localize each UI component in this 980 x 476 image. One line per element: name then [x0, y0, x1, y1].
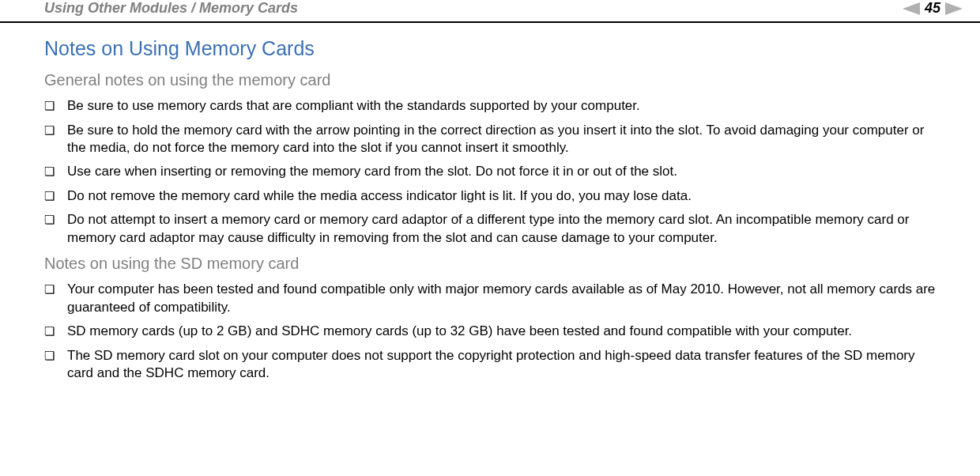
list-item-text: Use care when inserting or removing the …	[67, 163, 936, 180]
list-item: ❏ SD memory cards (up to 2 GB) and SDHC …	[44, 323, 936, 341]
list-item: ❏ Use care when inserting or removing th…	[44, 163, 936, 181]
bullet-icon: ❏	[44, 122, 55, 140]
list-item: ❏ Do not attempt to insert a memory card…	[44, 211, 936, 247]
section-heading-sd: Notes on using the SD memory card	[44, 255, 936, 273]
sd-notes-list: ❏ Your computer has been tested and foun…	[44, 281, 936, 382]
bullet-icon: ❏	[44, 187, 55, 206]
list-item-text: Your computer has been tested and found …	[67, 281, 936, 316]
list-item-text: The SD memory card slot on your computer…	[67, 347, 936, 383]
breadcrumb: Using Other Modules / Memory Cards	[44, 0, 298, 17]
general-notes-list: ❏ Be sure to use memory cards that are c…	[44, 97, 936, 247]
section-heading-general: General notes on using the memory card	[44, 71, 936, 89]
list-item-text: Be sure to hold the memory card with the…	[67, 122, 936, 157]
list-item-text: Be sure to use memory cards that are com…	[67, 97, 936, 115]
list-item: ❏ Be sure to hold the memory card with t…	[44, 122, 936, 157]
list-item: ❏ Your computer has been tested and foun…	[44, 281, 936, 316]
list-item-text: Do not remove the memory card while the …	[67, 187, 936, 205]
svg-marker-0	[903, 2, 920, 15]
page-header: Using Other Modules / Memory Cards 45	[0, 0, 980, 23]
bullet-icon: ❏	[44, 281, 55, 299]
bullet-icon: ❏	[44, 323, 55, 341]
next-page-arrow-icon[interactable]	[945, 2, 963, 15]
list-item-text: SD memory cards (up to 2 GB) and SDHC me…	[67, 323, 936, 340]
svg-marker-1	[945, 2, 963, 15]
list-item-text: Do not attempt to insert a memory card o…	[67, 211, 936, 247]
page-number: 45	[925, 0, 940, 17]
bullet-icon: ❏	[44, 347, 55, 365]
list-item: ❏ Do not remove the memory card while th…	[44, 187, 936, 206]
list-item: ❏ The SD memory card slot on your comput…	[44, 347, 936, 383]
list-item: ❏ Be sure to use memory cards that are c…	[44, 97, 936, 115]
bullet-icon: ❏	[44, 97, 55, 115]
page-navigation: 45	[903, 0, 963, 17]
page-content: Notes on Using Memory Cards General note…	[0, 37, 980, 383]
prev-page-arrow-icon[interactable]	[903, 2, 920, 15]
page-title: Notes on Using Memory Cards	[44, 37, 936, 60]
bullet-icon: ❏	[44, 211, 55, 229]
bullet-icon: ❏	[44, 163, 55, 181]
